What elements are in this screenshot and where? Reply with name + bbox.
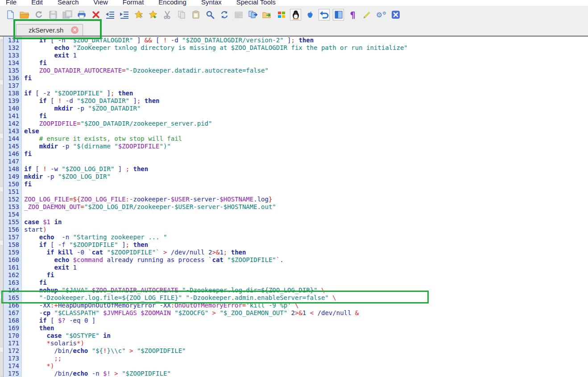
exit-icon[interactable]	[390, 9, 401, 20]
tab-zkserver[interactable]: zkServer.sh ✕	[16, 24, 83, 36]
code-line-155[interactable]: case $1 in	[24, 218, 588, 226]
code-line-154[interactable]	[24, 211, 588, 218]
code-line-160[interactable]: echo $command already running as process…	[24, 256, 588, 264]
copy-icon[interactable]	[176, 9, 187, 20]
indent-icon[interactable]	[119, 9, 130, 20]
line-number: 171	[4, 340, 21, 347]
new-file-icon[interactable]	[4, 9, 16, 20]
panel-toggle-icon[interactable]	[333, 9, 344, 20]
code-line-142[interactable]: ZOOPIDFILE="$ZOO_DATADIR/zookeeper_serve…	[24, 120, 588, 127]
menu-item-file[interactable]: File	[6, 0, 17, 6]
toolbar: ¶⚙⚙	[0, 6, 588, 23]
bookmark-edit-icon[interactable]	[133, 9, 144, 20]
reload-icon[interactable]	[33, 9, 44, 20]
menu-item-format[interactable]: Format	[123, 0, 144, 6]
code-line-171[interactable]: *solaris*)	[24, 340, 588, 347]
strip-segment	[0, 245, 3, 294]
code-line-161[interactable]: exit 1	[24, 264, 588, 271]
code-line-131[interactable]: if [ -n "$ZOO_DATALOGDIR" ] && [ ! -d "$…	[24, 37, 588, 44]
code-line-162[interactable]: fi	[24, 271, 588, 279]
line-number: 145	[4, 143, 21, 150]
code-area[interactable]: if [ -n "$ZOO_DATALOGDIR" ] && [ ! -d "$…	[22, 37, 588, 377]
code-line-141[interactable]: fi	[24, 112, 588, 120]
code-line-135[interactable]: ZOO_DATADIR_AUTOCREATE="-Dzookeeper.data…	[24, 67, 588, 74]
strip-segment	[0, 192, 3, 241]
code-line-158[interactable]: if [ -f "$ZOOPIDFILE" ]; then	[24, 241, 588, 249]
code-line-132[interactable]: echo "ZooKeeper txnlog directory is miss…	[24, 44, 588, 52]
line-number: 158	[4, 241, 21, 249]
code-line-164[interactable]: nohup "$JAVA" $ZOO_DATADIR_AUTOCREATE "-…	[24, 287, 588, 294]
strip-segment	[0, 138, 3, 187]
menu-item-syntax[interactable]: Syntax	[201, 0, 222, 6]
code-line-144[interactable]: # ensure it exists, otw stop will fail	[24, 135, 588, 143]
outdent-icon[interactable]	[104, 9, 116, 20]
replace-icon[interactable]	[219, 9, 230, 20]
code-line-165[interactable]: "-Dzookeeper.log.file=${ZOO_LOG_FILE}" "…	[24, 294, 588, 302]
menu-item-special-tools[interactable]: Special Tools	[236, 0, 276, 6]
code-line-152[interactable]: ZOO_LOG_FILE=${ZOO_LOG_FILE:-zookeeper-$…	[24, 196, 588, 203]
print-icon[interactable]	[76, 9, 87, 20]
code-line-146[interactable]: fi	[24, 150, 588, 158]
line-number: 150	[4, 180, 21, 188]
highlight-icon[interactable]	[361, 9, 373, 20]
tab-close-icon[interactable]: ✕	[71, 26, 79, 34]
code-line-159[interactable]: if kill -0 `cat "$ZOOPIDFILE"` > /dev/nu…	[24, 249, 588, 256]
code-line-166[interactable]: -XX:+HeapDumpOnOutOfMemoryError -XX:OnOu…	[24, 302, 588, 309]
code-line-169[interactable]: then	[24, 324, 588, 332]
code-line-148[interactable]: if [ ! -w "$ZOO_LOG_DIR" ] ; then	[24, 165, 588, 173]
code-line-157[interactable]: echo -n "Starting zookeeper ... "	[24, 234, 588, 241]
code-line-153[interactable]: _ZOO_DAEMON_OUT="$ZOO_LOG_DIR/zookeeper-…	[24, 203, 588, 211]
mac-eol-icon[interactable]	[304, 9, 315, 20]
code-line-175[interactable]: /bin/echo -n $! > "$ZOOPIDFILE"	[24, 370, 588, 377]
code-line-156[interactable]: start)	[24, 226, 588, 234]
code-line-139[interactable]: if [ ! -d "$ZOO_DATADIR" ]; then	[24, 97, 588, 105]
code-line-151[interactable]	[24, 188, 588, 196]
editor-pane[interactable]: 1311321331341351361371381391401411421431…	[0, 37, 588, 377]
menu-item-search[interactable]: Search	[58, 0, 79, 6]
code-line-173[interactable]: ;;	[24, 355, 588, 362]
save-icon[interactable]	[47, 9, 58, 20]
menu-item-encoding[interactable]: Encoding	[158, 0, 186, 6]
strip-segment	[0, 39, 3, 80]
paste-icon[interactable]	[190, 9, 201, 20]
line-number: 132	[4, 44, 21, 52]
code-line-143[interactable]: else	[24, 127, 588, 135]
code-line-149[interactable]: mkdir -p "$ZOO_LOG_DIR"	[24, 173, 588, 180]
code-line-140[interactable]: mkdir -p "$ZOO_DATADIR"	[24, 105, 588, 112]
code-line-136[interactable]: fi	[24, 74, 588, 82]
open-file-icon[interactable]	[19, 9, 30, 20]
code-line-172[interactable]: /bin/echo "${!}\\c" > "$ZOOPIDFILE"	[24, 347, 588, 355]
unix-eol-icon[interactable]	[290, 9, 301, 20]
code-line-138[interactable]: if [ -z "$ZOOPIDFILE" ]; then	[24, 90, 588, 97]
pilcrow-icon[interactable]: ¶	[347, 9, 358, 20]
close-file-icon[interactable]	[90, 9, 101, 20]
move-file-icon[interactable]	[261, 9, 273, 20]
code-line-147[interactable]	[24, 158, 588, 165]
undo-icon[interactable]	[319, 9, 330, 20]
code-line-145[interactable]: mkdir -p "$(dirname "$ZOOPIDFILE")"	[24, 143, 588, 150]
code-line-133[interactable]: exit 1	[24, 52, 588, 59]
line-number: 155	[4, 218, 21, 226]
code-line-134[interactable]: fi	[24, 59, 588, 67]
save-all-icon[interactable]	[62, 9, 73, 20]
code-line-170[interactable]: case "$OSTYPE" in	[24, 332, 588, 340]
settings-icon[interactable]: ⚙⚙	[376, 9, 387, 20]
session-icon[interactable]	[233, 9, 244, 20]
line-number: 169	[4, 324, 21, 332]
code-line-174[interactable]: *)	[24, 362, 588, 370]
bookmark-icon[interactable]	[147, 9, 158, 20]
windows-eol-icon[interactable]	[276, 9, 287, 20]
line-number: 137	[4, 82, 21, 90]
code-line-150[interactable]: fi	[24, 180, 588, 188]
code-line-137[interactable]	[24, 82, 588, 90]
code-line-163[interactable]: fi	[24, 279, 588, 287]
line-number: 157	[4, 234, 21, 241]
cut-icon[interactable]	[161, 9, 173, 20]
menu-item-view[interactable]: View	[94, 0, 108, 6]
find-icon[interactable]	[204, 9, 215, 20]
menu-item-edit[interactable]: Edit	[31, 0, 43, 6]
code-line-168[interactable]: if [ $? -eq 0 ]	[24, 317, 588, 324]
code-line-167[interactable]: -cp "$CLASSPATH" $JVMFLAGS $ZOOMAIN "$ZO…	[24, 309, 588, 317]
line-number: 151	[4, 188, 21, 196]
copy-path-icon[interactable]	[247, 9, 258, 20]
